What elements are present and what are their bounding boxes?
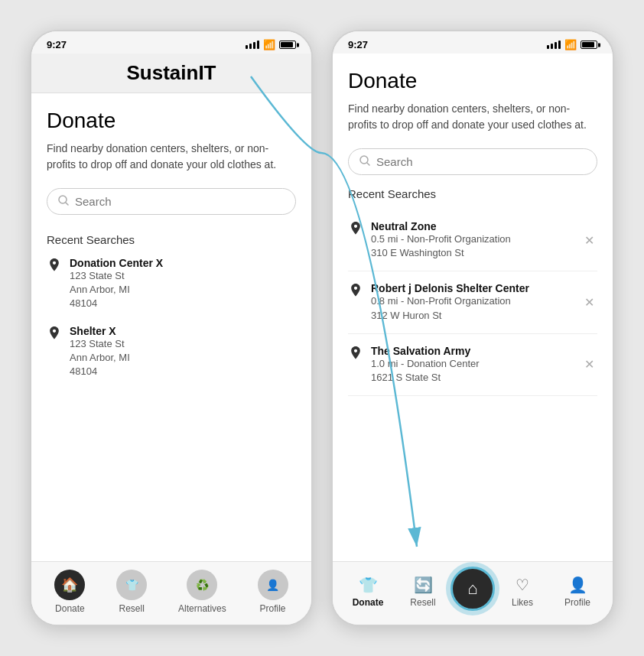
signal-icon-1 xyxy=(246,41,259,49)
recent-item-1-addr: 123 State St Ann Arbor, MI 48104 xyxy=(70,269,163,311)
recent-item-2-info: Shelter X 123 State St Ann Arbor, MI 481… xyxy=(70,325,130,379)
location-pin-2-2 xyxy=(348,284,363,299)
nav-donate-label-1: Donate xyxy=(55,603,85,614)
nav-resell-label-1: Resell xyxy=(119,603,145,614)
location-pin-2-1 xyxy=(348,222,363,237)
phone-frame-2: 9:27 📶 Donate Find nearby donation cente… xyxy=(331,30,614,626)
status-bar-icons-2: 📶 xyxy=(547,39,597,50)
phone1-content: Donate Find nearby donation centers, she… xyxy=(31,93,311,561)
app-title: SustainIT xyxy=(126,61,216,84)
nav-profile-1[interactable]: 👤 Profile xyxy=(258,570,288,614)
nav-alternatives-label-1: Alternatives xyxy=(178,603,226,614)
recent-item-2-3[interactable]: The Salvation Army 1.0 mi - Donation Cen… xyxy=(348,334,597,396)
search-icon-2 xyxy=(359,155,370,168)
recent-2-1-addr: 0.5 mi - Non-Profit Organization 310 E W… xyxy=(371,232,574,260)
profile-nav-icon: 👤 xyxy=(266,579,279,591)
close-btn-2-3[interactable]: ✕ xyxy=(581,356,597,373)
search-input-2[interactable] xyxy=(376,155,586,168)
wifi-icon-1: 📶 xyxy=(263,39,275,50)
location-pin-icon-1 xyxy=(47,258,62,274)
resell-nav-icon: 👕 xyxy=(125,579,138,591)
recent-item-1-info: Donation Center X 123 State St Ann Arbor… xyxy=(70,257,163,311)
nav-donate-label-2: Donate xyxy=(353,597,384,608)
recent-2-1-name: Neutral Zone xyxy=(371,220,574,232)
recent-2-3-info: The Salvation Army 1.0 mi - Donation Cen… xyxy=(371,345,574,385)
signal-icon-2 xyxy=(547,41,561,49)
nav-profile-2[interactable]: 👤 Profile xyxy=(550,576,605,608)
nav-resell-label-2: Resell xyxy=(410,597,435,608)
status-time-2: 9:27 xyxy=(348,39,368,50)
recent-2-2-name: Robert j Delonis Shelter Center xyxy=(371,282,574,294)
recent-2-3-addr: 1.0 mi - Donation Center 1621 S State St xyxy=(371,357,574,385)
status-bar-icons-1: 📶 xyxy=(246,39,296,50)
alternatives-icon-circle: ♻️ xyxy=(187,570,217,600)
nav-alternatives-1[interactable]: ♻️ Alternatives xyxy=(178,570,226,614)
nav-resell-1[interactable]: 👕 Resell xyxy=(116,570,147,614)
app-header: SustainIT xyxy=(31,54,311,93)
svg-line-3 xyxy=(367,163,369,165)
recent-2-2-info: Robert j Delonis Shelter Center 0.8 mi -… xyxy=(371,282,574,322)
recent-item-2-1[interactable]: Neutral Zone 0.5 mi - Non-Profit Organiz… xyxy=(348,209,597,271)
recent-item-2-addr: 123 State St Ann Arbor, MI 48104 xyxy=(70,337,130,379)
recent-item-2-2[interactable]: Robert j Delonis Shelter Center 0.8 mi -… xyxy=(348,271,597,333)
phone2-content: Donate Find nearby donation centers, she… xyxy=(333,54,613,561)
likes-nav-icon-2: ♡ xyxy=(516,576,529,594)
recent-2-3-name: The Salvation Army xyxy=(371,345,574,357)
profile-nav-icon-2: 👤 xyxy=(568,576,587,594)
recent-item-1[interactable]: Donation Center X 123 State St Ann Arbor… xyxy=(47,257,296,311)
search-icon-1 xyxy=(58,195,69,208)
wifi-icon-2: 📶 xyxy=(564,39,577,50)
recent-item-1-name: Donation Center X xyxy=(70,257,163,269)
phone2-page-desc: Find nearby donation centers, shelters, … xyxy=(348,101,597,133)
donate-nav-icon: 🏠 xyxy=(61,576,78,593)
recent-2-2-addr: 0.8 mi - Non-Profit Organization 312 W H… xyxy=(371,294,574,322)
phone1-page-title: Donate xyxy=(47,109,296,133)
battery-icon-1 xyxy=(279,41,296,49)
svg-line-1 xyxy=(66,203,68,205)
recent-item-2-name: Shelter X xyxy=(70,325,130,337)
phone2-search-bar[interactable] xyxy=(348,148,597,175)
phone1-bottom-nav: 🏠 Donate 👕 Resell ♻️ Alternatives 👤 Prof… xyxy=(31,561,311,625)
phone1-recent-title: Recent Searches xyxy=(47,233,296,246)
home-button-center[interactable]: ⌂ xyxy=(450,567,495,611)
status-bar-2: 9:27 📶 xyxy=(333,31,613,54)
alternatives-nav-icon: ♻️ xyxy=(196,579,209,591)
phone1-search-bar[interactable] xyxy=(47,188,296,215)
resell-icon-circle: 👕 xyxy=(116,570,147,600)
search-input-1[interactable] xyxy=(75,195,285,208)
close-btn-2-1[interactable]: ✕ xyxy=(581,232,597,249)
nav-likes-2[interactable]: ♡ Likes xyxy=(495,576,550,608)
phone2-bottom-nav: 👕 Donate 🔄 Resell ⌂ ♡ Likes 👤 Profile xyxy=(333,561,613,625)
nav-profile-label-1: Profile xyxy=(260,603,286,614)
recent-item-2[interactable]: Shelter X 123 State St Ann Arbor, MI 481… xyxy=(47,325,296,379)
status-bar-1: 9:27 📶 xyxy=(31,31,311,54)
battery-icon-2 xyxy=(581,41,597,49)
nav-profile-label-2: Profile xyxy=(564,597,590,608)
status-time-1: 9:27 xyxy=(47,39,67,50)
location-pin-2-3 xyxy=(348,346,363,362)
nav-resell-2[interactable]: 🔄 Resell xyxy=(395,576,450,608)
donate-nav-icon-2: 👕 xyxy=(359,576,378,594)
phone2-recent-title: Recent Searches xyxy=(348,187,597,200)
profile-icon-circle: 👤 xyxy=(258,570,288,600)
nav-donate-2[interactable]: 👕 Donate xyxy=(340,576,395,608)
location-pin-icon-2 xyxy=(47,326,62,342)
phone2-page-title: Donate xyxy=(348,69,597,93)
nav-donate-1[interactable]: 🏠 Donate xyxy=(54,570,85,614)
phone-frame-1: 9:27 📶 SustainIT Donate Find nearby dona… xyxy=(30,30,313,626)
recent-2-1-info: Neutral Zone 0.5 mi - Non-Profit Organiz… xyxy=(371,220,574,260)
close-btn-2-2[interactable]: ✕ xyxy=(581,294,597,311)
phone1-page-desc: Find nearby donation centers, shelters, … xyxy=(47,141,296,173)
donate-icon-circle: 🏠 xyxy=(54,570,85,600)
nav-likes-label-2: Likes xyxy=(512,597,533,608)
home-icon: ⌂ xyxy=(467,579,477,599)
resell-nav-icon-2: 🔄 xyxy=(414,576,433,594)
